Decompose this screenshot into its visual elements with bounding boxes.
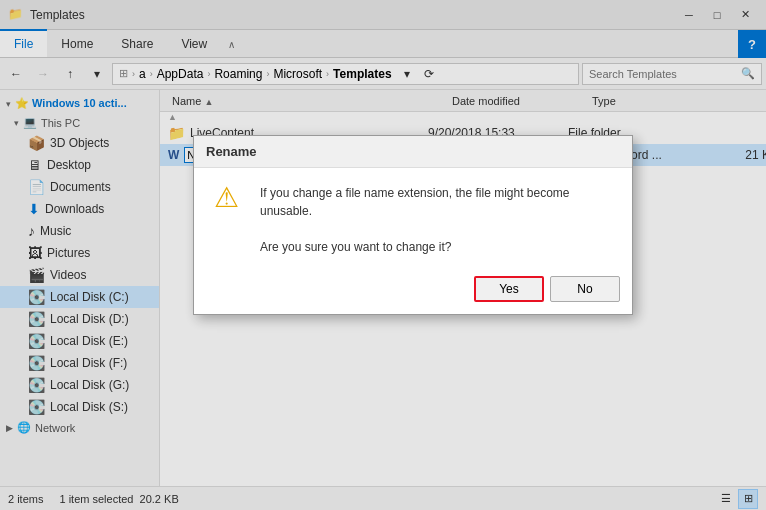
yes-button[interactable]: Yes: [474, 276, 544, 302]
dialog-content: ⚠ If you change a file name extension, t…: [214, 184, 612, 256]
dialog-message-line2: Are you sure you want to change it?: [260, 238, 612, 256]
dialog-title: Rename: [194, 136, 632, 168]
warning-icon: ⚠: [214, 184, 246, 216]
dialog-text: If you change a file name extension, the…: [260, 184, 612, 256]
dialog-overlay: Rename ⚠ If you change a file name exten…: [0, 0, 766, 510]
rename-dialog: Rename ⚠ If you change a file name exten…: [193, 135, 633, 315]
dialog-message-line1: If you change a file name extension, the…: [260, 184, 612, 220]
no-button[interactable]: No: [550, 276, 620, 302]
dialog-buttons: Yes No: [194, 268, 632, 314]
dialog-body: ⚠ If you change a file name extension, t…: [194, 168, 632, 268]
